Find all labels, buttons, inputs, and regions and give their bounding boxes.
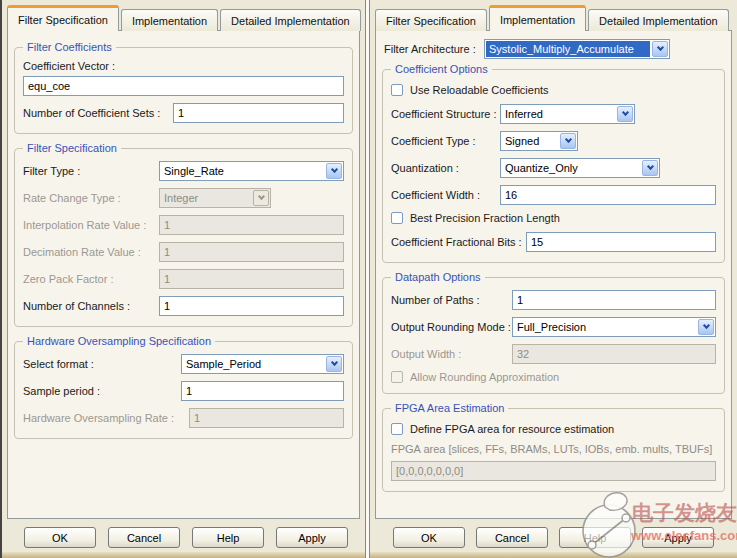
chevron-down-icon[interactable] <box>617 106 633 122</box>
select-format-combobox[interactable]: Sample_Period <box>181 354 344 374</box>
coefficient-vector-input[interactable] <box>23 76 344 96</box>
zero-pack-factor-input <box>159 269 344 289</box>
left-tab-bar: Filter Specification Implementation Deta… <box>2 0 365 30</box>
sample-period-label: Sample period : <box>23 385 181 397</box>
help-button[interactable]: Help <box>192 527 264 548</box>
datapath-options-group: Datapath Options Number of Paths : Outpu… <box>382 277 725 394</box>
tab-filter-specification[interactable]: Filter Specification <box>7 5 119 31</box>
number-of-paths-label: Number of Paths : <box>391 294 512 306</box>
filter-specification-page: Filter Coefficients Coefficient Vector :… <box>7 30 360 519</box>
chevron-down-icon <box>253 190 269 206</box>
help-button[interactable]: Help <box>559 527 631 548</box>
allow-rounding-approximation-label: Allow Rounding Approximation <box>410 371 559 383</box>
filter-coefficients-group: Filter Coefficients Coefficient Vector :… <box>14 47 353 134</box>
select-format-label: Select format : <box>23 358 181 370</box>
use-reloadable-coefficients-label: Use Reloadable Coefficients <box>410 84 549 96</box>
filter-architecture-label: Filter Architecture : <box>384 43 484 55</box>
coefficient-vector-label: Coefficient Vector : <box>23 60 115 72</box>
coefficient-options-group: Coefficient Options Use Reloadable Coeff… <box>382 69 725 263</box>
chevron-down-icon[interactable] <box>326 163 342 179</box>
left-button-row: OK Cancel Help Apply <box>2 527 365 548</box>
fpga-area-fields-label: FPGA area [slices, FFs, BRAMs, LUTs, IOB… <box>391 443 716 455</box>
best-precision-checkbox[interactable] <box>391 212 403 224</box>
screen: Filter Specification Implementation Deta… <box>0 0 737 558</box>
filter-type-combobox[interactable]: Single_Rate <box>159 161 344 181</box>
hardware-oversampling-rate-input <box>189 408 344 428</box>
group-title: FPGA Area Estimation <box>391 402 508 414</box>
group-title: Hardware Oversampling Specification <box>23 335 215 347</box>
chevron-down-icon[interactable] <box>698 319 714 335</box>
coefficient-structure-label: Coefficient Structure : <box>391 108 500 120</box>
coefficient-fractional-bits-input[interactable] <box>526 232 716 252</box>
use-reloadable-coefficients-checkbox[interactable] <box>391 84 403 96</box>
group-title: Filter Specification <box>23 142 121 154</box>
group-title: Coefficient Options <box>391 63 492 75</box>
tab-implementation[interactable]: Implementation <box>121 9 218 31</box>
tab-detailed-implementation[interactable]: Detailed Implementation <box>220 9 361 31</box>
filter-specification-dialog: Filter Specification Implementation Deta… <box>0 0 366 558</box>
tab-implementation[interactable]: Implementation <box>489 5 586 31</box>
quantization-combobox[interactable]: Quantize_Only <box>500 158 660 178</box>
chevron-down-icon[interactable] <box>560 133 576 149</box>
rate-change-type-label: Rate Change Type : <box>23 192 159 204</box>
apply-button[interactable]: Apply <box>276 527 348 548</box>
hardware-oversampling-rate-label: Hardware Oversampling Rate : <box>23 412 189 424</box>
coefficient-width-input[interactable] <box>500 185 716 205</box>
coefficient-type-combobox[interactable]: Signed <box>500 131 578 151</box>
rate-change-type-combobox: Integer <box>159 188 271 208</box>
fpga-area-estimation-group: FPGA Area Estimation Define FPGA area fo… <box>382 408 725 492</box>
cancel-button[interactable]: Cancel <box>476 527 548 548</box>
dialog-bottom-edge <box>2 552 365 558</box>
group-title: Datapath Options <box>391 271 485 283</box>
number-of-channels-input[interactable] <box>159 296 344 316</box>
chevron-down-icon[interactable] <box>652 41 668 57</box>
fpga-area-input <box>391 461 716 481</box>
output-rounding-mode-combobox[interactable]: Full_Precision <box>512 317 716 337</box>
interpolation-rate-label: Interpolation Rate Value : <box>23 219 159 231</box>
best-precision-label: Best Precision Fraction Length <box>410 212 560 224</box>
ok-button[interactable]: OK <box>393 527 465 548</box>
output-rounding-mode-label: Output Rounding Mode : <box>391 321 512 333</box>
tab-detailed-implementation[interactable]: Detailed Implementation <box>588 9 729 31</box>
coefficient-sets-input[interactable] <box>173 103 344 123</box>
coefficient-type-label: Coefficient Type : <box>391 135 500 147</box>
ok-button[interactable]: OK <box>24 527 96 548</box>
interpolation-rate-input <box>159 215 344 235</box>
coefficient-fractional-bits-label: Coefficient Fractional Bits : <box>391 236 526 248</box>
number-of-paths-input[interactable] <box>512 290 716 310</box>
filter-type-label: Filter Type : <box>23 165 159 177</box>
tab-filter-specification[interactable]: Filter Specification <box>375 9 487 31</box>
number-of-channels-label: Number of Channels : <box>23 300 159 312</box>
coefficient-sets-label: Number of Coefficient Sets : <box>23 107 173 119</box>
implementation-dialog: Filter Specification Implementation Deta… <box>369 0 737 558</box>
output-width-input <box>512 344 716 364</box>
chevron-down-icon[interactable] <box>642 160 658 176</box>
filter-specification-group: Filter Specification Filter Type : Singl… <box>14 148 353 327</box>
decimation-rate-label: Decimation Rate Value : <box>23 246 159 258</box>
decimation-rate-input <box>159 242 344 262</box>
define-fpga-area-label: Define FPGA area for resource estimation <box>410 423 614 435</box>
right-button-row: OK Cancel Help Apply <box>370 527 737 548</box>
zero-pack-factor-label: Zero Pack Factor : <box>23 273 159 285</box>
sample-period-input[interactable] <box>181 381 344 401</box>
filter-architecture-combobox[interactable]: Systolic_Multiply_Accumulate <box>484 39 670 59</box>
hardware-oversampling-group: Hardware Oversampling Specification Sele… <box>14 341 353 439</box>
cancel-button[interactable]: Cancel <box>108 527 180 548</box>
output-width-label: Output Width : <box>391 348 512 360</box>
coefficient-width-label: Coefficient Width : <box>391 189 500 201</box>
group-title: Filter Coefficients <box>23 41 116 53</box>
allow-rounding-approximation-checkbox <box>391 371 403 383</box>
dialog-bottom-edge <box>370 552 737 558</box>
right-tab-bar: Filter Specification Implementation Deta… <box>370 0 737 30</box>
define-fpga-area-checkbox[interactable] <box>391 423 403 435</box>
quantization-label: Quantization : <box>391 162 500 174</box>
implementation-page: Filter Architecture : Systolic_Multiply_… <box>375 30 732 519</box>
coefficient-structure-combobox[interactable]: Inferred <box>500 104 635 124</box>
apply-button[interactable]: Apply <box>642 527 714 548</box>
chevron-down-icon[interactable] <box>326 356 342 372</box>
